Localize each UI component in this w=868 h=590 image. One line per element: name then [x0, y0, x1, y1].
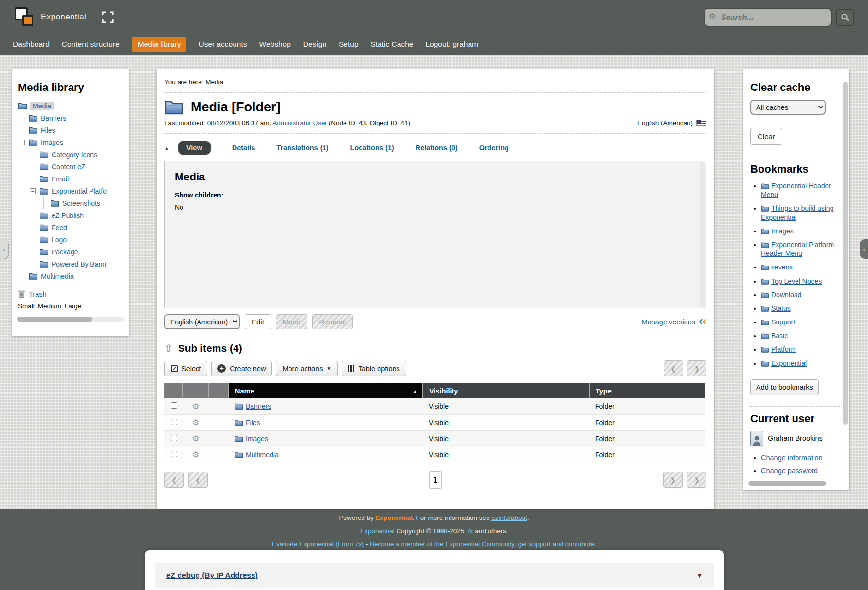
tree-item-package[interactable]: Package	[12, 246, 129, 258]
search-button[interactable]	[836, 9, 854, 26]
collapse-triangle-icon[interactable]: ▲	[164, 145, 169, 151]
row-checkbox[interactable]	[171, 419, 177, 425]
bookmark-link[interactable]: Exponential	[771, 359, 807, 367]
debug-toggle-icon[interactable]: ▼	[696, 572, 703, 579]
bookmark-link[interactable]: Basic	[771, 332, 788, 340]
collapse-up-arrow-icon[interactable]: ⇧	[164, 342, 173, 354]
community-link[interactable]: Become a member of the Exponential Commu…	[370, 540, 594, 548]
tree-item-banners[interactable]: Banners	[12, 112, 129, 124]
nav-design[interactable]: Design	[303, 40, 326, 49]
left-sidebar-collapse-handle[interactable]: ›	[0, 239, 8, 259]
tree-item-powered-by-banner[interactable]: Powered By Bann	[12, 258, 129, 270]
tree-item-feed[interactable]: Feed	[12, 221, 129, 233]
sort-ascending-icon[interactable]: ▲	[413, 389, 417, 394]
item-link[interactable]: Files	[246, 419, 260, 427]
tab-locations[interactable]: Locations (1)	[350, 144, 394, 152]
search-input[interactable]	[704, 8, 832, 27]
tree-item-email[interactable]: Email	[12, 173, 129, 185]
bookmark-link[interactable]: Exponential Header Menu	[761, 182, 831, 198]
tree-item-ez-publish[interactable]: eZ Publish	[12, 209, 129, 221]
size-large-link[interactable]: Large	[65, 303, 82, 310]
row-checkbox[interactable]	[171, 402, 177, 409]
tree-item-label[interactable]: eZ Publish	[52, 212, 84, 219]
create-new-button[interactable]: + Create new	[211, 361, 272, 376]
nav-logout[interactable]: Logout: graham	[425, 40, 478, 49]
tree-item-exponential-platform[interactable]: – Exponential Platfo	[12, 185, 129, 197]
header-type[interactable]: Type	[589, 383, 705, 398]
collapse-toggle-icon[interactable]: –	[19, 140, 25, 145]
row-checkbox[interactable]	[171, 451, 177, 457]
more-actions-button[interactable]: More actions ▼	[276, 361, 338, 376]
tree-item-label[interactable]: Logo	[52, 236, 67, 244]
size-medium-link[interactable]: Medium	[38, 303, 61, 310]
debug-link[interactable]: eZ debug (By IP Address)	[166, 571, 258, 580]
search-settings-icon[interactable]: ⚙	[709, 12, 716, 21]
header-name[interactable]: Name▲	[229, 383, 423, 398]
bookmark-link[interactable]: Images	[771, 227, 794, 235]
tree-item-content-ez[interactable]: Content eZ	[12, 161, 129, 173]
tree-item-label[interactable]: Images	[41, 139, 63, 146]
change-information-link[interactable]: Change information	[761, 454, 823, 462]
modified-by-user-link[interactable]: Administrator User	[272, 119, 327, 126]
cache-select[interactable]: All caches	[750, 100, 826, 115]
right-sidebar-collapse-handle[interactable]: ‹	[860, 239, 868, 259]
trash-link[interactable]: Trash	[29, 290, 47, 298]
tree-item-label[interactable]: Email	[52, 175, 69, 183]
gear-icon[interactable]: ⚙	[192, 434, 199, 443]
sevenx-link[interactable]: 7x	[466, 527, 473, 535]
tree-item-label[interactable]: Powered By Bann	[52, 260, 106, 268]
current-page[interactable]: 1	[429, 471, 442, 489]
table-options-button[interactable]: Table options	[342, 361, 406, 376]
gear-icon[interactable]: ⚙	[192, 450, 199, 459]
tree-item-images[interactable]: – Images	[12, 136, 129, 148]
exponential-link[interactable]: Exponential	[360, 527, 395, 535]
change-password-link[interactable]: Change password	[761, 467, 818, 475]
tab-view[interactable]: View	[178, 141, 211, 155]
item-link[interactable]: Multimedia	[246, 451, 279, 459]
tree-item-label[interactable]: Feed	[52, 224, 67, 232]
manage-versions-link[interactable]: Manage versions	[642, 318, 695, 326]
add-to-bookmarks-button[interactable]: Add to bookmarks	[750, 379, 819, 395]
gear-icon[interactable]: ⚙	[192, 418, 199, 427]
tree-item-label[interactable]: Media	[30, 102, 54, 110]
evaluate-link[interactable]: Evaluate Exponential (From 7x)	[272, 540, 364, 548]
tree-item-label[interactable]: Package	[52, 248, 78, 256]
tree-item-logo[interactable]: Logo	[12, 233, 129, 246]
scrollbar-thumb[interactable]	[17, 317, 92, 322]
fullscreen-icon[interactable]	[102, 11, 114, 23]
bookmark-link[interactable]: Status	[771, 304, 791, 312]
row-checkbox[interactable]	[171, 435, 177, 441]
gear-icon[interactable]: ⚙	[192, 402, 199, 411]
nav-static-cache[interactable]: Static Cache	[371, 40, 414, 49]
bookmark-link[interactable]: Things to build using Exponential	[761, 204, 833, 221]
right-sidebar-vscrollbar[interactable]	[843, 82, 848, 425]
tree-item-label[interactable]: Exponential Platfo	[52, 187, 107, 195]
tree-item-label[interactable]: Screenshots	[62, 199, 100, 207]
tree-item-screenshots[interactable]: Screenshots	[12, 197, 129, 209]
tree-item-category-icons[interactable]: Category Icons	[12, 148, 129, 161]
tab-ordering[interactable]: Ordering	[479, 144, 509, 152]
bookmark-link[interactable]: Support	[771, 318, 795, 326]
tree-item-multimedia[interactable]: Multimedia	[12, 270, 129, 282]
left-sidebar-hscrollbar[interactable]	[17, 317, 124, 322]
bookmark-link[interactable]: sevenx	[771, 263, 793, 271]
collapse-toggle-icon[interactable]: –	[30, 188, 36, 194]
tree-item-label[interactable]: Files	[41, 126, 55, 134]
tree-item-files[interactable]: Files	[12, 124, 129, 136]
tree-item-label[interactable]: Category Icons	[52, 151, 97, 159]
header-visibility[interactable]: Visibility	[423, 383, 589, 398]
tree-item-label[interactable]: Multimedia	[41, 272, 74, 280]
nav-webshop[interactable]: Webshop	[259, 40, 291, 49]
select-button[interactable]: ✓ Select	[164, 361, 207, 376]
tab-relations[interactable]: Relations (0)	[416, 144, 458, 152]
nav-content-structure[interactable]: Content structure	[62, 40, 120, 49]
nav-dashboard[interactable]: Dashboard	[13, 40, 50, 49]
bookmark-link[interactable]: Exponential Platform Header Menu	[761, 241, 834, 257]
item-link[interactable]: Banners	[246, 402, 271, 410]
nav-setup[interactable]: Setup	[339, 40, 359, 49]
bookmark-link[interactable]: Platform	[771, 345, 796, 353]
tree-item-label[interactable]: Content eZ	[52, 163, 85, 171]
right-sidebar-hscrollbar[interactable]	[748, 481, 826, 486]
bookmark-link[interactable]: Download	[771, 291, 801, 299]
nav-user-accounts[interactable]: User accounts	[199, 40, 247, 49]
